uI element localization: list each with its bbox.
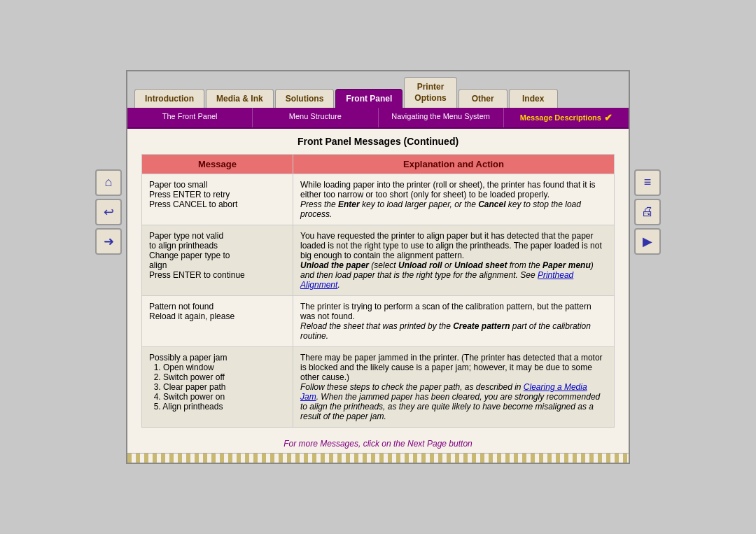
subnav: The Front Panel Menu Structure Navigatin…	[127, 108, 629, 129]
tab-printer-options[interactable]: PrinterOptions	[404, 77, 456, 108]
messages-table: Message Explanation and Action Paper too…	[141, 154, 615, 428]
tab-media-ink[interactable]: Media & Ink	[206, 89, 274, 108]
back-button[interactable]: ↩	[95, 199, 122, 225]
checkmark-icon: ✔	[604, 112, 612, 123]
clearing-media-jam-link[interactable]: Clearing a Media Jam	[300, 382, 587, 402]
message-cell: Possibly a paper jam 1. Open window 2. S…	[142, 347, 293, 428]
list-button[interactable]: ≡	[634, 169, 661, 196]
table-row: Paper type not validto align printheadsC…	[142, 225, 615, 296]
home-button[interactable]: ⌂	[95, 169, 122, 196]
print-button[interactable]: 🖨	[634, 199, 661, 225]
explanation-cell: There may be paper jammed in the printer…	[293, 347, 615, 428]
col-header-message: Message	[142, 155, 293, 174]
zigzag-decoration	[127, 453, 629, 463]
explanation-cell: While loading paper into the printer (ro…	[293, 174, 615, 225]
subnav-menu-structure[interactable]: Menu Structure	[253, 108, 378, 127]
subnav-message-descriptions[interactable]: Message Descriptions ✔	[504, 108, 629, 127]
message-cell: Paper too smallPress ENTER to retryPress…	[142, 174, 293, 225]
tab-solutions[interactable]: Solutions	[275, 89, 335, 108]
tab-other[interactable]: Other	[458, 89, 507, 108]
table-row: Possibly a paper jam 1. Open window 2. S…	[142, 347, 615, 428]
subnav-navigating[interactable]: Navigating the Menu System	[379, 108, 504, 127]
bottom-info: For more Messages, click on the Next Pag…	[127, 435, 629, 453]
explanation-cell: The printer is trying to perform a scan …	[293, 296, 615, 347]
right-sidebar: ≡ 🖨 ▶	[634, 169, 661, 255]
table-row: Pattern not foundReload it again, please…	[142, 296, 615, 347]
next-button[interactable]: ▶	[634, 228, 661, 255]
message-cell: Pattern not foundReload it again, please	[142, 296, 293, 347]
subnav-front-panel[interactable]: The Front Panel	[127, 108, 253, 127]
left-sidebar: ⌂ ↩ ➜	[95, 169, 122, 255]
content-area: Front Panel Messages (Continued) Message…	[127, 129, 629, 435]
tab-introduction[interactable]: Introduction	[134, 89, 204, 108]
printhead-alignment-link[interactable]: Printhead Alignment	[300, 270, 573, 290]
message-cell: Paper type not validto align printheadsC…	[142, 225, 293, 296]
main-container: Introduction Media & Ink Solutions Front…	[126, 70, 630, 464]
col-header-explanation: Explanation and Action	[293, 155, 615, 174]
table-row: Paper too smallPress ENTER to retryPress…	[142, 174, 615, 225]
forward-button[interactable]: ➜	[95, 228, 122, 255]
tabs-row: Introduction Media & Ink Solutions Front…	[127, 71, 629, 108]
tab-index[interactable]: Index	[509, 89, 558, 108]
page-title: Front Panel Messages (Continued)	[141, 136, 615, 147]
tab-front-panel[interactable]: Front Panel	[335, 89, 402, 108]
explanation-cell: You have requested the printer to align …	[293, 225, 615, 296]
